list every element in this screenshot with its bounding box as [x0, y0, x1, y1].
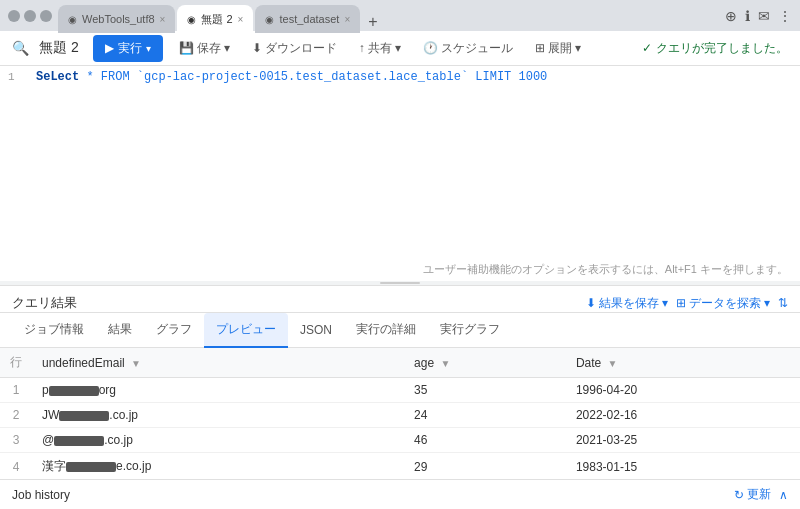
cell-row-num-1: 1	[0, 378, 32, 403]
splitter[interactable]	[0, 281, 800, 285]
job-history-footer: Job history ↻ 更新 ∧	[0, 479, 800, 509]
download-label: ダウンロード	[265, 40, 337, 57]
tab-results-label: 結果	[108, 322, 132, 336]
col-email-filter-icon[interactable]: ▼	[131, 358, 141, 369]
cell-email-3: @ .co.jp	[32, 428, 404, 453]
run-dropdown-icon: ▾	[146, 43, 151, 54]
save-button[interactable]: 💾 保存 ▾	[173, 36, 236, 61]
sql-keyword: SeLect	[36, 70, 79, 84]
result-tabs-row: ジョブ情報 結果 グラフ プレビュー JSON 実行の詳細 実行グラフ	[0, 313, 800, 348]
tab-webtools[interactable]: ◉ WebTools_utf8 ×	[58, 5, 175, 33]
browser-dot-3	[40, 10, 52, 22]
query-results: クエリ結果 ⬇ 結果を保存 ▾ ⊞ データを探索 ▾ ⇅ ジョブ情報	[0, 286, 800, 509]
col-header-age[interactable]: age ▼	[404, 348, 566, 378]
tab-json[interactable]: JSON	[288, 315, 344, 347]
tab-close-3[interactable]: ×	[344, 14, 350, 25]
tab-icon-3: ◉	[265, 14, 274, 25]
tab-graph-label: グラフ	[156, 322, 192, 336]
tab-exec-detail[interactable]: 実行の詳細	[344, 313, 428, 348]
cell-age-4: 29	[404, 453, 566, 481]
save-results-label: 結果を保存	[599, 295, 659, 312]
tab-query[interactable]: ◉ 無題 2 ×	[177, 5, 253, 33]
browser-dot-2	[24, 10, 36, 22]
browser-info-icon[interactable]: ℹ	[745, 8, 750, 24]
col-age-filter-icon[interactable]: ▼	[440, 358, 450, 369]
run-button[interactable]: ▶ 実行 ▾	[93, 35, 163, 62]
new-tab-button[interactable]: +	[362, 13, 383, 31]
col-date-label: Date	[576, 356, 601, 370]
cell-email-2: JW .co.jp	[32, 403, 404, 428]
expand-up-icon: ∧	[779, 488, 788, 502]
job-history-actions: ↻ 更新 ∧	[734, 486, 788, 503]
tab-label-1: WebTools_utf8	[82, 13, 155, 25]
explore-data-button[interactable]: ⊞ データを探索 ▾	[676, 295, 770, 312]
expand-button[interactable]: ⊞ 展開 ▾	[529, 36, 587, 61]
run-arrow-icon: ▶	[105, 41, 114, 55]
col-date-filter-icon[interactable]: ▼	[608, 358, 618, 369]
refresh-label: 更新	[747, 486, 771, 503]
tab-icon-2: ◉	[187, 14, 196, 25]
save-results-dropdown: ▾	[662, 296, 668, 310]
tab-icon-1: ◉	[68, 14, 77, 25]
tab-close-1[interactable]: ×	[160, 14, 166, 25]
editor-line-1: 1 SeLect * FROM `gcp-lac-project-0015.te…	[0, 66, 800, 88]
table-row: 1p org351996-04-20	[0, 378, 800, 403]
page-wrapper: ◉ WebTools_utf8 × ◉ 無題 2 × ◉ test_datase…	[0, 0, 800, 509]
editor-hint: ユーザー補助機能のオプションを表示するには、Alt+F1 キーを押します。	[423, 262, 788, 277]
browser-menu-icon[interactable]: ⋮	[778, 8, 792, 24]
results-actions: ⬇ 結果を保存 ▾ ⊞ データを探索 ▾ ⇅	[586, 295, 788, 312]
results-expand-button[interactable]: ⇅	[778, 296, 788, 310]
table-row: 4漢字 e.co.jp291983-01-15	[0, 453, 800, 481]
status-success: ✓ クエリが完了しました。	[642, 40, 788, 57]
share-dropdown-icon: ▾	[395, 41, 401, 55]
expand-dropdown-icon: ▾	[575, 41, 581, 55]
col-age-label: age	[414, 356, 434, 370]
job-history-expand-button[interactable]: ∧	[779, 488, 788, 502]
download-button[interactable]: ⬇ ダウンロード	[246, 36, 343, 61]
tab-exec-graph[interactable]: 実行グラフ	[428, 313, 512, 348]
tab-results[interactable]: 結果	[96, 313, 144, 348]
table-row: 3@ .co.jp462021-03-25	[0, 428, 800, 453]
line-number-1: 1	[8, 70, 28, 83]
cell-email-4: 漢字 e.co.jp	[32, 453, 404, 481]
tab-label-2: 無題 2	[201, 12, 232, 27]
browser-actions: ⊕ ℹ ✉ ⋮	[725, 8, 792, 24]
browser-chrome: ◉ WebTools_utf8 × ◉ 無題 2 × ◉ test_datase…	[0, 0, 800, 31]
save-results-button[interactable]: ⬇ 結果を保存 ▾	[586, 295, 668, 312]
results-header: クエリ結果 ⬇ 結果を保存 ▾ ⊞ データを探索 ▾ ⇅	[0, 286, 800, 313]
save-label: 保存	[197, 40, 221, 57]
cell-row-num-3: 3	[0, 428, 32, 453]
col-header-row: 行	[0, 348, 32, 378]
download-icon: ⬇	[252, 41, 262, 55]
refresh-icon: ↻	[734, 488, 744, 502]
browser-mail-icon[interactable]: ✉	[758, 8, 770, 24]
col-header-date[interactable]: Date ▼	[566, 348, 800, 378]
share-icon: ↑	[359, 41, 365, 55]
schedule-button[interactable]: 🕐 スケジュール	[417, 36, 519, 61]
tab-job-info[interactable]: ジョブ情報	[12, 313, 96, 348]
tab-exec-graph-label: 実行グラフ	[440, 322, 500, 336]
tab-bar: ◉ WebTools_utf8 × ◉ 無題 2 × ◉ test_datase…	[58, 0, 719, 31]
schedule-label: スケジュール	[441, 40, 513, 57]
explore-data-label: データを探索	[689, 295, 761, 312]
cell-email-1: p org	[32, 378, 404, 403]
tab-close-2[interactable]: ×	[238, 14, 244, 25]
tab-label-3: test_dataset	[279, 13, 339, 25]
col-header-email[interactable]: undefinedEmail ▼	[32, 348, 404, 378]
share-label: 共有	[368, 40, 392, 57]
col-email-label: undefinedEmail	[42, 356, 125, 370]
tab-dataset[interactable]: ◉ test_dataset ×	[255, 5, 360, 33]
cell-row-num-2: 2	[0, 403, 32, 428]
refresh-button[interactable]: ↻ 更新	[734, 486, 771, 503]
cell-date-2: 2022-02-16	[566, 403, 800, 428]
tab-graph[interactable]: グラフ	[144, 313, 204, 348]
tab-exec-detail-label: 実行の詳細	[356, 322, 416, 336]
cell-row-num-4: 4	[0, 453, 32, 481]
sql-code: SeLect * FROM `gcp-lac-project-0015.test…	[36, 70, 547, 84]
save-icon: 💾	[179, 41, 194, 55]
tab-preview[interactable]: プレビュー	[204, 313, 288, 348]
share-button[interactable]: ↑ 共有 ▾	[353, 36, 407, 61]
browser-account-icon[interactable]: ⊕	[725, 8, 737, 24]
editor-area[interactable]: 1 SeLect * FROM `gcp-lac-project-0015.te…	[0, 66, 800, 286]
tab-job-info-label: ジョブ情報	[24, 322, 84, 336]
